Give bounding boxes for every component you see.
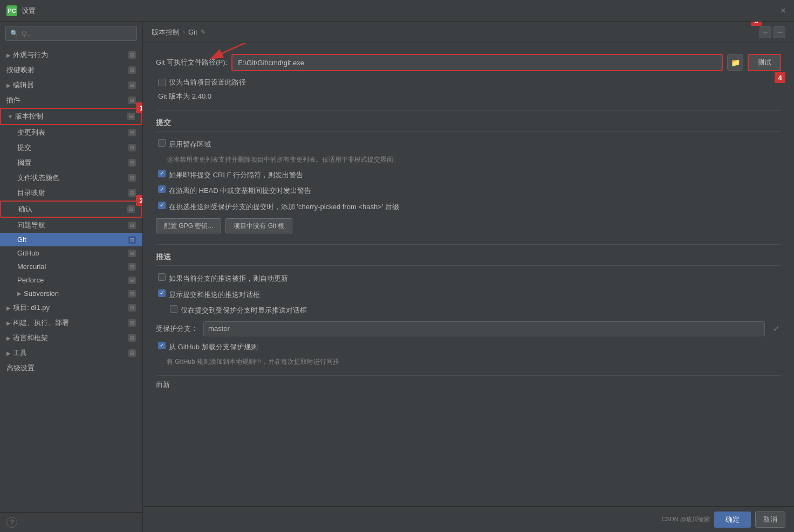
sidebar-item-lang[interactable]: ▶ 语言和框架 ⊞ [0,330,142,346]
sidebar-badge: ⊞ [128,129,136,136]
sidebar-badge: ⊞ [128,51,136,59]
sidebar-badge: ⊞ [128,250,136,257]
test-button[interactable]: 测试 [748,54,781,71]
divider-2 [156,244,781,245]
confirmation-wrapper: 确认 ⊞ 2 [0,201,142,218]
close-button[interactable]: × [779,6,788,15]
browse-button[interactable]: 📁 [727,54,743,71]
git-path-input[interactable] [231,54,723,71]
sidebar-item-commit[interactable]: 提交 ⊞ [0,140,142,155]
staging-subtext: 这将禁用变更列表支持并删除项目中的所有变更列表。仅适用于非模式提交界面。 [167,155,781,164]
cherry-pick-checkbox[interactable] [158,202,166,209]
sidebar-item-tools[interactable]: ▶ 工具 ⊞ [0,346,142,361]
sidebar-item-advanced[interactable]: 高级设置 [0,361,142,376]
sidebar-item-issue-nav[interactable]: 问题导航 ⊞ [0,218,142,233]
auto-update-checkbox[interactable] [158,273,166,281]
sidebar-label: Subversion [24,289,59,298]
git-path-label: Git 可执行文件路径(P): [156,58,227,67]
sidebar-item-appearance[interactable]: ▶ 外观与行为 ⊞ [0,47,142,63]
warn-crlf-label: 如果即将提交 CRLF 行分隔符，则发出警告 [169,170,303,181]
sidebar-label: 确认 [18,204,32,214]
show-push-dialog-checkbox[interactable] [158,289,166,297]
sidebar-item-build[interactable]: ▶ 构建、执行、部署 ⊞ [0,315,142,330]
sidebar-item-editor[interactable]: ▶ 编辑器 ⊞ [0,78,142,93]
annotation-2: 2 [136,195,142,206]
sidebar-item-vcs[interactable]: ▼ 版本控制 ⊞ [0,108,142,125]
sidebar-badge: ⊞ [128,304,136,312]
cancel-button[interactable]: 取消 [755,512,785,528]
sidebar-label: Git [17,236,26,244]
warn-detached-checkbox[interactable] [158,185,166,193]
only-for-project-checkbox[interactable] [158,79,166,86]
github-rules-checkbox[interactable] [158,342,166,349]
sidebar-badge: ⊞ [128,277,136,284]
sidebar-label: GitHub [17,249,39,257]
sidebar-badge: ⊞ [128,144,136,151]
sidebar-item-plugins[interactable]: 插件 ⊞ [0,93,142,108]
expand-icon: ▶ [6,82,11,88]
only-for-project-label: 仅为当前项目设置此路径 [169,78,246,87]
sidebar-item-file-status-color[interactable]: 文件状态颜色 ⊞ [0,170,142,185]
search-box[interactable]: 🔍 [5,26,137,41]
sidebar-label: 提交 [17,143,31,153]
expand-protected-button[interactable]: ⤢ [770,323,781,334]
search-input[interactable] [22,30,132,37]
sidebar-badge: ⊞ [128,81,136,89]
sidebar-item-confirmation[interactable]: 确认 ⊞ [0,201,142,218]
warn-crlf-checkbox[interactable] [158,170,166,177]
sidebar-item-subversion[interactable]: ▶ Subversion ⊞ [0,287,142,300]
sidebar-item-keymap[interactable]: 按键映射 ⊞ [0,63,142,78]
protected-branch-input[interactable] [203,321,765,336]
panel-content: Git 可执行文件路径(P): 📁 测试 4 [143,43,794,506]
sidebar-badge: ⊞ [128,319,136,327]
annotation-1: 1 [136,102,142,113]
sidebar-label: 构建、执行、部署 [13,318,69,328]
sidebar-item-perforce[interactable]: Perforce ⊞ [0,273,142,287]
sidebar-item-git[interactable]: Git ⊞ [0,233,142,246]
commit-section-title: 提交 [156,118,781,132]
test-btn-wrapper: 测试 4 [748,54,781,71]
back-button[interactable]: ← [759,26,771,38]
sidebar-item-dir-mapping[interactable]: 目录映射 ⊞ [0,185,142,201]
sidebar-label: 目录映射 [17,188,45,198]
sidebar-badge: ⊞ [128,222,136,229]
gpg-key-button[interactable]: 配置 GPG 密钥... [156,218,221,233]
footer-buttons: 确定 取消 [714,512,785,528]
sidebar-item-mercurial[interactable]: Mercurial ⊞ [0,260,142,273]
sidebar-label: 版本控制 [15,112,43,121]
annotation-3: 3 [751,22,762,26]
sidebar-label: 语言和框架 [13,333,48,343]
sidebar-badge: ⊞ [128,263,136,271]
help-button[interactable]: ? [6,517,17,528]
no-git-root-button[interactable]: 项目中没有 Git 根 [225,218,292,233]
enable-staging-checkbox[interactable] [158,139,166,147]
forward-button[interactable]: → [774,26,785,38]
breadcrumb-edit-icon[interactable]: ✎ [201,29,206,36]
ok-button[interactable]: 确定 [714,512,751,528]
expand-icon: ▶ [6,350,11,356]
sidebar-label: 按键映射 [6,65,35,75]
sidebar-label: 搁置 [17,158,31,168]
sidebar-item-changelog[interactable]: 变更列表 ⊞ [0,125,142,140]
sidebar-item-shelf[interactable]: 搁置 ⊞ [0,155,142,170]
sidebar-badge: ⊞ [128,66,136,74]
sidebar-item-project[interactable]: ▶ 项目: dl1.py ⊞ [0,300,142,315]
nav-arrows: ← → [759,26,785,38]
settings-window: PC 设置 × 🔍 ▶ 外观与行为 ⊞ 按键映射 ⊞ [0,0,794,532]
warn-detached-label: 在游离的 HEAD 中或变基期间提交时发出警告 [169,185,311,196]
footer-hint: CSDN @攻川绫紫 [662,515,710,523]
sidebar-label: Perforce [17,276,44,284]
main-panel: 版本控制 › Git ✎ ← → 3 Git 可执行文件路径(P): [143,22,794,532]
only-protected-label: 仅在提交到受保护分支时显示推送对话框 [181,305,307,316]
sidebar-item-github[interactable]: GitHub ⊞ [0,246,142,260]
sidebar-label: 编辑器 [13,80,34,90]
sidebar-badge: ⊞ [128,96,136,104]
annotation-4: 4 [775,72,785,83]
git-path-input-wrapper [231,54,723,71]
only-for-project-row: 仅为当前项目设置此路径 [158,78,781,87]
breadcrumb-separator: › [183,29,185,36]
only-protected-checkbox[interactable] [170,305,177,313]
sidebar-badge: ⊞ [128,290,136,298]
sidebar: 🔍 ▶ 外观与行为 ⊞ 按键映射 ⊞ ▶ 编辑器 [0,22,143,532]
only-protected-row: 仅在提交到受保护分支时显示推送对话框 [156,305,781,316]
